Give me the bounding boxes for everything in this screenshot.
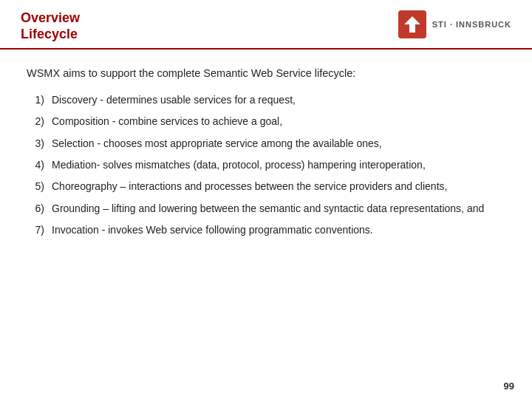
item-number-2: 2) <box>27 114 44 129</box>
intro-paragraph: WSMX aims to support the complete Semant… <box>27 67 505 79</box>
logo-text-area: STI · INNSBRUCK <box>432 20 511 29</box>
list-item: 2) Composition - combine services to ach… <box>27 114 505 129</box>
item-number-4: 4) <box>27 157 44 172</box>
item-text-7: Invocation - invokes Web service followi… <box>52 222 505 237</box>
header: Overview Lifecycle STI · INNSBRUCK <box>0 0 532 50</box>
item-text-6: Grounding – lifting and lowering between… <box>52 201 505 216</box>
page-number: 99 <box>504 381 514 392</box>
list-item: 6) Grounding – lifting and lowering betw… <box>27 201 505 216</box>
item-number-1: 1) <box>27 92 44 107</box>
item-number-5: 5) <box>27 179 44 194</box>
item-text-2: Composition - combine services to achiev… <box>52 114 505 129</box>
header-title: Overview Lifecycle <box>21 10 80 42</box>
item-number-6: 6) <box>27 201 44 216</box>
sti-logo-icon <box>398 10 426 38</box>
logo-label: STI · INNSBRUCK <box>432 20 511 29</box>
item-text-3: Selection - chooses most appropriate ser… <box>52 136 505 151</box>
main-content: WSMX aims to support the complete Semant… <box>0 50 532 256</box>
list-item: 4) Mediation- solves mismatches (data, p… <box>27 157 505 172</box>
list-item: 5) Choreography – interactions and proce… <box>27 179 505 194</box>
item-number-7: 7) <box>27 222 44 237</box>
item-text-1: Discovery - determines usable services f… <box>52 92 505 107</box>
logo-area: STI · INNSBRUCK <box>398 10 511 38</box>
list-item: 1) Discovery - determines usable service… <box>27 92 505 107</box>
item-text-5: Choreography – interactions and processe… <box>52 179 505 194</box>
list-item: 3) Selection - chooses most appropriate … <box>27 136 505 151</box>
item-text-4: Mediation- solves mismatches (data, prot… <box>52 157 505 172</box>
title-overview: Overview <box>21 10 80 27</box>
list-item: 7) Invocation - invokes Web service foll… <box>27 222 505 237</box>
title-lifecycle: Lifecycle <box>21 27 80 43</box>
item-number-3: 3) <box>27 136 44 151</box>
